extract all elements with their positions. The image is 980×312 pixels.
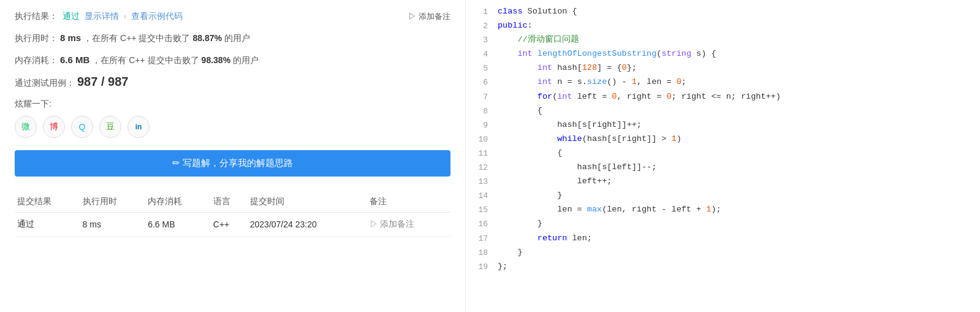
code-text: return len;	[498, 232, 592, 246]
line-number: 18	[471, 246, 488, 260]
code-text: hash[s[right]]++;	[498, 118, 642, 132]
line-number: 2	[471, 19, 488, 33]
code-text: };	[498, 260, 507, 274]
td-submit-time: 2023/07/24 23:20	[248, 213, 367, 237]
line-number: 6	[471, 75, 488, 89]
line-number: 7	[471, 90, 488, 104]
exec-time-label: 执行用时：	[15, 31, 58, 45]
code-line: 8 {	[466, 104, 980, 118]
social-icons-row: 微 博 Q 豆 in	[15, 116, 450, 138]
code-line: 12 hash[s[left]]--;	[466, 161, 980, 175]
code-line: 2public:	[466, 19, 980, 33]
code-line: 10 while(hash[s[right]] > 1)	[466, 132, 980, 146]
wechat-icon[interactable]: 微	[15, 116, 37, 138]
code-text: }	[498, 246, 523, 260]
mem-value: 6.6 MB	[60, 53, 89, 67]
result-label: 执行结果：	[15, 11, 58, 22]
mem-users: 的用户	[233, 53, 259, 67]
exec-time-row: 执行用时： 8 ms ，在所有 C++ 提交中击败了 88.87% 的用户	[15, 31, 450, 45]
line-number: 3	[471, 33, 488, 47]
mem-percent: 98.38%	[202, 53, 230, 67]
line-number: 13	[471, 175, 488, 189]
line-number: 17	[471, 232, 488, 246]
line-number: 8	[471, 104, 488, 118]
code-text: }	[498, 189, 562, 203]
line-number: 9	[471, 118, 488, 132]
exec-time-percent: 88.87%	[192, 31, 221, 45]
write-solution-button[interactable]: ✏ 写题解，分享我的解题思路	[15, 150, 450, 177]
arrow-icon: ›	[124, 12, 126, 21]
result-row: 执行结果： 通过 显示详情 › 查看示例代码 ▷ 添加备注	[15, 11, 450, 22]
code-text: {	[498, 146, 562, 161]
testcase-row: 通过测试用例： 987 / 987	[15, 75, 450, 89]
left-panel: 执行结果： 通过 显示详情 › 查看示例代码 ▷ 添加备注 执行用时： 8 ms…	[0, 0, 466, 312]
testcase-value: 987 / 987	[77, 75, 128, 89]
col-header-lang: 语言	[211, 191, 248, 213]
add-note-button[interactable]: ▷ 添加备注	[408, 11, 450, 22]
code-text: {	[498, 104, 542, 118]
exec-time-value: 8 ms	[60, 31, 81, 45]
line-number: 12	[471, 161, 488, 175]
td-time: 8 ms	[80, 213, 146, 237]
code-text: hash[s[left]]--;	[498, 161, 656, 175]
exec-time-users: 的用户	[224, 31, 250, 45]
code-editor[interactable]: 1class Solution {2public:3 //滑动窗口问题4 int…	[466, 0, 980, 312]
mem-label: 内存消耗：	[15, 53, 58, 67]
code-line: 6 int n = s.size() - 1, len = 0;	[466, 75, 980, 89]
col-header-note: 备注	[367, 191, 450, 213]
qq-icon[interactable]: Q	[71, 116, 93, 138]
code-text: class Solution {	[498, 5, 577, 19]
code-text: int hash[128] = {0};	[498, 61, 637, 75]
weibo-icon[interactable]: 博	[43, 116, 65, 138]
line-number: 16	[471, 217, 488, 231]
brag-label: 炫耀一下:	[15, 99, 450, 110]
col-header-memory: 内存消耗	[145, 191, 211, 213]
result-pass: 通过	[63, 11, 80, 22]
show-details-link[interactable]: 显示详情	[85, 11, 119, 22]
code-text: while(hash[s[right]] > 1)	[498, 132, 682, 146]
code-text: len = max(len, right - left + 1);	[498, 203, 721, 217]
code-text: }	[498, 217, 542, 231]
code-text: public:	[498, 19, 533, 33]
line-number: 15	[471, 203, 488, 217]
code-line: 16 }	[466, 217, 980, 231]
code-line: 19};	[466, 260, 980, 274]
code-line: 18 }	[466, 246, 980, 260]
line-number: 4	[471, 47, 488, 61]
line-number: 5	[471, 61, 488, 75]
line-number: 10	[471, 132, 488, 146]
linkedin-icon[interactable]: in	[127, 116, 150, 138]
code-line: 7 for(int left = 0, right = 0; right <= …	[466, 90, 980, 104]
td-memory: 6.6 MB	[145, 213, 211, 237]
submission-table: 提交结果 执行用时 内存消耗 语言 提交时间 备注 通过 8 ms 6.6 MB…	[15, 191, 450, 237]
view-example-link[interactable]: 查看示例代码	[131, 11, 183, 22]
code-text: int n = s.size() - 1, len = 0;	[498, 75, 686, 89]
code-line: 9 hash[s[right]]++;	[466, 118, 980, 132]
col-header-result: 提交结果	[15, 191, 80, 213]
code-line: 14 }	[466, 189, 980, 203]
code-text: left++;	[498, 175, 612, 189]
col-header-submit-time: 提交时间	[248, 191, 367, 213]
td-result: 通过	[15, 213, 80, 237]
line-number: 11	[471, 146, 488, 161]
code-line: 11 {	[466, 146, 980, 161]
code-line: 4 int lengthOfLongestSubstring(string s)…	[466, 47, 980, 61]
code-line: 3 //滑动窗口问题	[466, 33, 980, 47]
douban-icon[interactable]: 豆	[99, 116, 121, 138]
mem-suffix: ，在所有 C++ 提交中击败了	[92, 53, 199, 67]
memory-row: 内存消耗： 6.6 MB ，在所有 C++ 提交中击败了 98.38% 的用户	[15, 53, 450, 67]
line-number: 1	[471, 5, 488, 19]
right-panel: 1class Solution {2public:3 //滑动窗口问题4 int…	[466, 0, 980, 312]
col-header-time: 执行用时	[80, 191, 146, 213]
table-row: 通过 8 ms 6.6 MB C++ 2023/07/24 23:20 ▷ 添加…	[15, 213, 450, 237]
testcase-label: 通过测试用例：	[15, 78, 75, 89]
td-note[interactable]: ▷ 添加备注	[367, 213, 450, 237]
code-line: 1class Solution {	[466, 5, 980, 19]
line-number: 14	[471, 189, 488, 203]
code-text: //滑动窗口问题	[498, 33, 579, 47]
td-lang: C++	[211, 213, 248, 237]
code-text: for(int left = 0, right = 0; right <= n;…	[498, 90, 781, 104]
exec-time-suffix: ，在所有 C++ 提交中击败了	[83, 31, 190, 45]
line-number: 19	[471, 260, 488, 274]
code-line: 5 int hash[128] = {0};	[466, 61, 980, 75]
